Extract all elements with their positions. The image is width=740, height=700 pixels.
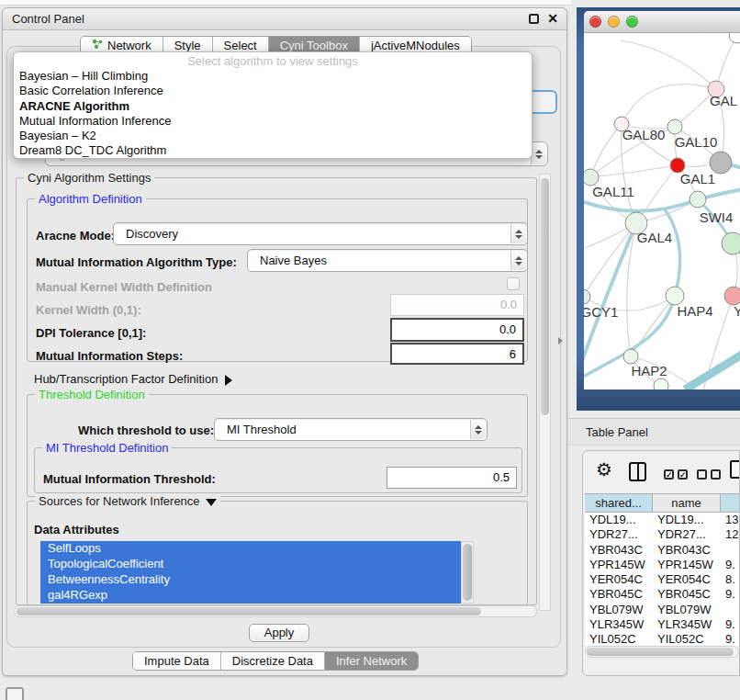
table-row[interactable]: YDL19...YDL19...13 — [585, 513, 740, 527]
float-window-icon[interactable] — [529, 14, 539, 24]
node-attribute-table[interactable]: shared...name YDL19...YDL19...13YDR27...… — [585, 493, 740, 646]
maximize-traffic-light-icon[interactable] — [626, 16, 638, 28]
table-row[interactable]: YBL079WYBL079W — [585, 603, 740, 617]
table-cell: YPR145W — [585, 558, 653, 572]
dropdown-item[interactable]: Dream8 DC_TDC Algorithm — [14, 143, 532, 158]
aracne-mode-combo[interactable]: Discovery — [113, 222, 528, 245]
kernel-width-label: Kernel Width (0,1): — [36, 303, 141, 317]
network-node-GCY1[interactable] — [584, 289, 590, 304]
table-cell: YBR043C — [585, 543, 653, 558]
table-row[interactable]: YDR27...YDR27...12 — [585, 527, 740, 542]
network-edge[interactable] — [621, 40, 716, 89]
columns-icon[interactable] — [629, 462, 646, 481]
close-icon[interactable]: ✕ — [547, 11, 558, 26]
table-cell: YBL079W — [653, 603, 721, 617]
mi-threshold-definition-title: MI Threshold Definition — [42, 441, 172, 455]
table-row[interactable]: YBR045CYBR045C9. — [585, 587, 740, 602]
control-panel-titlebar: Control Panel ✕ — [3, 8, 566, 30]
attributes-list-scrollbar[interactable] — [461, 541, 474, 604]
tab-infer-network[interactable]: Infer Network — [325, 652, 418, 670]
tab-label: Style — [174, 39, 201, 52]
network-node-small-bottom[interactable] — [654, 378, 668, 390]
algorithm-dropdown-list: Bayesian – Hill ClimbingBasic Correlatio… — [14, 69, 532, 159]
settings-vertical-scrollbar[interactable] — [539, 174, 551, 611]
network-node-salmon-node[interactable] — [724, 287, 740, 305]
close-traffic-light-icon[interactable] — [589, 16, 601, 28]
network-node-corner-node[interactable] — [729, 33, 740, 43]
checked-checkbox-icon[interactable]: ✓ — [664, 469, 674, 480]
hub-definition-toggle[interactable]: Hub/Transcription Factor Definition — [34, 372, 232, 386]
network-icon — [92, 39, 104, 52]
which-threshold-combo[interactable]: MI Threshold — [214, 418, 488, 441]
chevron-updown-icon — [510, 251, 526, 270]
scrollbar-thumb[interactable] — [587, 648, 734, 656]
table-row[interactable]: YER054CYER054C8. — [585, 572, 740, 587]
mi-threshold-field[interactable]: 0.5 — [387, 467, 517, 489]
settings-horizontal-scrollbar[interactable] — [14, 605, 537, 617]
tab-label: Select — [224, 39, 257, 52]
data-attributes-list[interactable]: SelfLoopsTopologicalCoefficientBetweenne… — [40, 541, 461, 604]
attribute-list-item[interactable]: gal4RGexp — [40, 588, 461, 604]
gear-icon[interactable]: ⚙ — [596, 458, 612, 480]
network-node-big-green[interactable] — [722, 232, 740, 254]
tab-impute-data[interactable]: Impute Data — [133, 652, 221, 670]
column-header[interactable]: name — [653, 493, 721, 513]
attribute-list-item[interactable]: SelfLoops — [40, 541, 461, 557]
network-edge[interactable] — [622, 84, 716, 124]
manual-kernel-width-checkbox[interactable] — [507, 277, 520, 290]
table-horizontal-scrollbar[interactable] — [585, 646, 739, 658]
node-label-GAL11: GAL11 — [592, 184, 634, 199]
mi-steps-field[interactable]: 6 — [390, 343, 524, 365]
tab-label: Network — [107, 39, 151, 52]
network-node-HAP4[interactable] — [666, 287, 684, 305]
network-node-GAL10[interactable] — [667, 119, 682, 134]
function-document-icon[interactable] — [730, 460, 740, 479]
dropdown-item[interactable]: Bayesian – K2 — [14, 129, 532, 143]
attribute-list-item[interactable]: TopologicalCoefficient — [40, 557, 461, 572]
table-row[interactable]: YLR345WYLR345W9. — [585, 617, 740, 632]
table-cell: 9. — [721, 617, 740, 632]
unchecked-checkbox-icon[interactable] — [697, 469, 707, 480]
network-node-SWI4[interactable] — [690, 191, 706, 208]
sources-group-title[interactable]: Sources for Network Inference — [35, 494, 220, 508]
scrollbar-thumb[interactable] — [463, 544, 472, 601]
table-cell: YLR345W — [585, 617, 653, 632]
table-row[interactable]: YPR145WYPR145W9. — [585, 558, 740, 572]
dropdown-item[interactable]: Mutual Information Inference — [14, 114, 532, 129]
network-canvas[interactable]: GALGAL80GAL10GAL1GAL11SWI4GAL4HAP4YGCY1H… — [584, 33, 740, 390]
scrollbar-thumb[interactable] — [17, 607, 481, 615]
attribute-list-item[interactable]: BetweennessCentrality — [40, 572, 461, 588]
application-window: Control Panel ✕ NetworkStyleSelectCyni T… — [0, 0, 740, 700]
table-row[interactable]: YIL052CYIL052C9. — [585, 632, 740, 646]
splitpane-resize-handle[interactable] — [558, 337, 563, 344]
node-label-HAP4: HAP4 — [677, 303, 712, 319]
chevron-updown-icon — [510, 224, 526, 243]
dropdown-item[interactable]: ARACNE Algorithm — [14, 99, 532, 114]
scrollbar-thumb[interactable] — [541, 178, 549, 415]
network-edge[interactable] — [685, 347, 740, 390]
table-cell: YBL079W — [585, 603, 653, 617]
unchecked-checkbox-icon[interactable] — [711, 469, 721, 480]
apply-button[interactable]: Apply — [249, 624, 309, 642]
checked-checkbox-icon[interactable]: ✓ — [678, 469, 688, 480]
column-header[interactable]: shared... — [585, 493, 653, 513]
cyni-algorithm-settings-title: Cyni Algorithm Settings — [24, 171, 154, 185]
network-edge[interactable] — [590, 124, 622, 177]
node-label-gal-top: GAL — [710, 93, 737, 108]
dropdown-item[interactable]: Bayesian – Hill Climbing — [14, 69, 532, 84]
network-node-HAP2[interactable] — [623, 349, 638, 364]
tab-discretize-data[interactable]: Discretize Data — [221, 652, 325, 670]
mi-algorithm-type-combo[interactable]: Naive Bayes — [247, 249, 528, 272]
dpi-tolerance-field[interactable]: 0.0 — [390, 318, 524, 342]
column-header[interactable] — [721, 493, 740, 513]
kernel-width-field[interactable]: 0.0 — [390, 294, 524, 316]
dropdown-item[interactable]: Basic Correlation Inference — [14, 84, 532, 98]
table-row[interactable]: YBR043CYBR043C — [585, 543, 740, 558]
network-node-big-gray[interactable] — [710, 152, 732, 174]
algorithm-dropdown-popup: Select algorithm to view settings Bayesi… — [13, 51, 533, 159]
dock-panel-icon[interactable] — [6, 687, 24, 700]
network-graph[interactable]: GALGAL80GAL10GAL1GAL11SWI4GAL4HAP4YGCY1H… — [584, 33, 740, 390]
node-label-HAP2: HAP2 — [631, 363, 667, 378]
minimize-traffic-light-icon[interactable] — [608, 16, 620, 28]
table-cell — [721, 603, 740, 617]
